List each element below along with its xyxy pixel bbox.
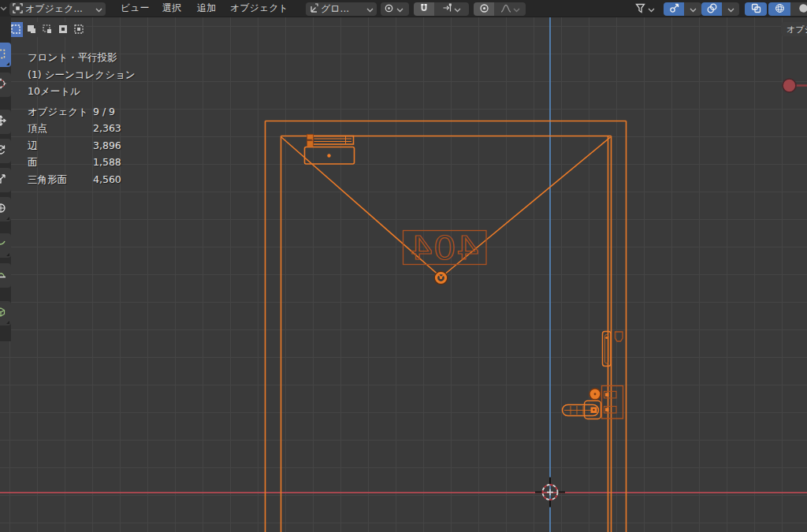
3d-cursor — [535, 478, 565, 508]
proportional-circle-icon — [479, 3, 489, 16]
select-box-tool-icon — [0, 47, 6, 62]
shading-wireframe-button[interactable] — [768, 2, 790, 16]
select-mode-subtract-button[interactable] — [39, 22, 54, 37]
shading-mode-group — [768, 2, 807, 16]
toggle-xray-button[interactable] — [745, 2, 767, 16]
stat-label: 頂点 — [28, 122, 47, 134]
add-cube-tool-icon — [0, 306, 6, 321]
overlays-icon — [707, 3, 717, 16]
grid-scale-label: 10メートル — [28, 83, 136, 100]
select-mode-intersect-button[interactable] — [71, 22, 86, 37]
tool-rotate-button[interactable] — [0, 139, 11, 163]
tool-cursor-button[interactable] — [0, 73, 11, 97]
tool-annotate-button[interactable] — [0, 233, 11, 258]
stat-value: 3,896 — [93, 137, 121, 154]
select-set-icon — [11, 22, 20, 37]
select-intersect-icon — [74, 22, 84, 37]
select-mode-invert-button[interactable] — [55, 22, 70, 37]
menu-view[interactable]: ビュー — [118, 0, 152, 17]
xray-icon — [751, 3, 761, 16]
menu-select[interactable]: 選択 — [160, 0, 184, 17]
chevron-down-icon — [648, 4, 655, 15]
tool-add-cube-button[interactable] — [0, 301, 11, 326]
transform-orientation-label: グロ... — [321, 2, 349, 16]
chevron-down-icon — [727, 4, 734, 15]
shading-solid-button[interactable] — [790, 2, 807, 16]
3d-cursor-tool-icon — [0, 77, 6, 92]
red-point-object[interactable] — [783, 79, 807, 92]
select-mode-buttons — [8, 22, 86, 37]
tool-measure-button[interactable] — [0, 263, 11, 288]
gizmos-settings-dropdown[interactable] — [684, 2, 701, 16]
3d-viewport[interactable]: 404 — [0, 0, 807, 532]
wireframe-sphere-icon — [775, 3, 785, 16]
view-label: フロント・平行投影 — [28, 49, 136, 66]
viewport-header: オブジェク... ビュー 選択 追加 オブジェクト グロ... — [0, 0, 807, 17]
stat-value: 1,588 — [93, 154, 121, 171]
door-sign-text: 404 — [410, 230, 479, 266]
snapping-group — [414, 2, 469, 16]
orientation-global-icon — [309, 3, 318, 15]
mode-selector-dropdown[interactable]: オブジェク... — [9, 2, 106, 16]
menu-add[interactable]: 追加 — [195, 0, 218, 17]
object-origin-point — [434, 271, 447, 284]
door-frame-lines — [266, 121, 627, 532]
statistics-overlay: オブジェクト 9 / 9 頂点 2,363 辺 3,896 面 1,588 三角… — [28, 103, 136, 188]
strike-bracket — [615, 332, 623, 341]
show-gizmos-toggle[interactable] — [664, 2, 684, 16]
door-closer — [305, 135, 355, 165]
stat-row: オブジェクト 9 / 9 — [28, 103, 136, 121]
chevron-down-icon — [690, 4, 697, 15]
select-invert-icon — [58, 22, 68, 37]
snap-toggle-button[interactable] — [414, 2, 434, 16]
move-tool-icon — [0, 114, 6, 129]
proportional-falloff-dropdown[interactable] — [494, 2, 526, 16]
select-mode-extend-button[interactable] — [24, 22, 39, 37]
stat-row: 辺 3,896 — [28, 137, 136, 154]
solid-sphere-icon — [798, 3, 807, 16]
stat-label: 面 — [28, 156, 38, 168]
show-overlays-toggle[interactable] — [701, 2, 722, 16]
chevron-down-icon — [95, 4, 102, 15]
options-dropdown[interactable]: オプション — [781, 22, 807, 36]
door-panel-lines — [281, 136, 612, 532]
chevron-down-icon — [454, 4, 461, 15]
tool-scale-button[interactable] — [0, 168, 11, 192]
proportional-editing-toggle[interactable] — [474, 2, 494, 16]
door-handle — [563, 386, 623, 419]
stat-value: 9 / 9 — [93, 103, 115, 121]
door-object-wireframe[interactable]: 404 — [266, 121, 627, 532]
overlays-settings-dropdown[interactable] — [722, 2, 739, 16]
falloff-smooth-icon — [500, 3, 511, 15]
tool-settings-bar: オプション — [0, 21, 807, 39]
snap-increment-icon — [442, 3, 452, 15]
gizmo-icon — [669, 3, 679, 16]
mode-selector-label: オブジェク... — [25, 2, 83, 16]
menu-object[interactable]: オブジェクト — [228, 0, 291, 17]
measure-tool-icon — [0, 268, 6, 283]
object-mode-icon — [13, 3, 23, 16]
chevron-down-icon — [396, 4, 404, 15]
toolbar — [0, 17, 11, 341]
chevron-down-icon — [513, 4, 520, 15]
pivot-point-dropdown[interactable] — [381, 2, 409, 16]
show-overlays-group — [701, 2, 739, 16]
stat-label: 三角形面 — [28, 173, 67, 185]
door-sign-404: 404 — [404, 230, 487, 266]
stat-row: 面 1,588 — [28, 154, 136, 171]
pivot-median-icon — [384, 3, 394, 16]
object-visibility-dropdown[interactable] — [632, 2, 660, 16]
tool-transform-button[interactable] — [0, 197, 11, 221]
tool-move-button[interactable] — [0, 110, 11, 134]
snap-settings-dropdown[interactable] — [434, 2, 469, 16]
transform-orientation-dropdown[interactable]: グロ... — [306, 2, 377, 16]
select-extend-icon — [27, 22, 36, 37]
editor-type-chevron[interactable] — [0, 0, 7, 17]
proportional-editing-group — [474, 2, 526, 16]
annotate-tool-icon — [0, 238, 6, 253]
door-lock-plate — [603, 332, 623, 366]
tool-select-box-button[interactable] — [0, 43, 11, 67]
stat-value: 2,363 — [93, 120, 121, 137]
scale-tool-icon — [0, 173, 6, 188]
select-subtract-icon — [43, 22, 52, 37]
